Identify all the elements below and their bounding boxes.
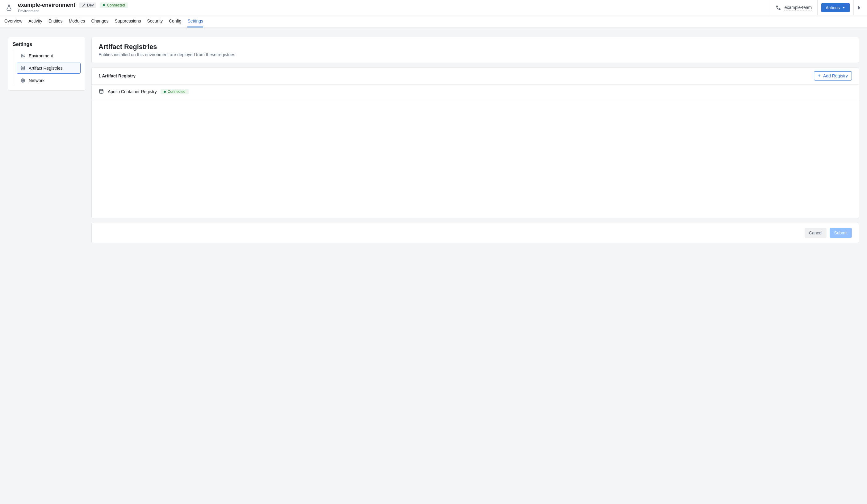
tab-changes[interactable]: Changes <box>92 15 109 28</box>
caret-down-icon: ▼ <box>842 6 845 9</box>
phone-icon <box>775 5 781 11</box>
page-body: Settings Environment Artif <box>0 28 867 504</box>
svg-rect-0 <box>858 6 859 9</box>
page-subtitle: Entities installed on this environment a… <box>98 52 852 57</box>
footer-panel: Cancel Submit <box>92 223 859 243</box>
cancel-button[interactable]: Cancel <box>805 228 827 238</box>
registry-row[interactable]: Apollo Container Registry Connected <box>92 85 859 99</box>
svg-point-2 <box>21 56 22 57</box>
tab-settings[interactable]: Settings <box>188 15 203 28</box>
tab-modules[interactable]: Modules <box>69 15 85 28</box>
svg-point-4 <box>24 56 25 57</box>
svg-point-7 <box>99 89 103 91</box>
sidebar-item-environment[interactable]: Environment <box>17 50 81 62</box>
actions-button-label: Actions <box>826 5 840 10</box>
tab-security[interactable]: Security <box>147 15 163 28</box>
plus-icon: + <box>818 74 821 78</box>
top-header: example-environment Dev Connected Enviro… <box>0 0 867 15</box>
database-icon <box>98 89 104 95</box>
sidebar-item-artifact-registries[interactable]: Artifact Registries <box>17 63 81 74</box>
environment-subtitle: Environment <box>18 9 128 13</box>
status-dot-icon <box>164 91 166 93</box>
panel-icon <box>856 5 861 10</box>
page-title: Artifact Registries <box>98 43 852 51</box>
right-panel-toggle[interactable] <box>854 0 863 15</box>
sidebar-item-network[interactable]: Network <box>17 75 81 86</box>
tab-config[interactable]: Config <box>169 15 181 28</box>
svg-point-5 <box>21 66 25 67</box>
team-selector[interactable]: example-team <box>770 0 817 15</box>
registry-count: 1 Artifact Registry <box>98 74 136 78</box>
team-name: example-team <box>784 5 812 11</box>
add-registry-button[interactable]: + Add Registry <box>814 71 852 80</box>
dev-badge-label: Dev <box>87 3 94 8</box>
status-dot-icon <box>103 4 105 6</box>
page-header-panel: Artifact Registries Entities installed o… <box>92 37 859 63</box>
tab-entities[interactable]: Entities <box>49 15 63 28</box>
dev-badge: Dev <box>79 2 96 8</box>
tab-nav: Overview Activity Entities Modules Chang… <box>0 15 867 28</box>
sidebar-title: Settings <box>13 42 81 47</box>
env-status-chip: Connected <box>100 2 128 8</box>
registry-status-label: Connected <box>168 89 185 94</box>
add-registry-label: Add Registry <box>823 74 848 78</box>
title-block: example-environment Dev Connected Enviro… <box>18 2 128 13</box>
wrench-icon <box>82 3 86 8</box>
sliders-icon <box>20 53 25 58</box>
settings-sidebar: Settings Environment Artif <box>8 37 85 91</box>
svg-point-3 <box>23 55 23 56</box>
tab-activity[interactable]: Activity <box>29 15 42 28</box>
tab-suppressions[interactable]: Suppressions <box>115 15 141 28</box>
registries-panel: 1 Artifact Registry + Add Registry Apoll… <box>92 67 859 218</box>
environment-flask-icon <box>4 3 13 12</box>
content-column: Artifact Registries Entities installed o… <box>92 37 859 495</box>
globe-icon <box>20 78 25 83</box>
env-status-label: Connected <box>107 3 125 8</box>
registry-status-chip: Connected <box>161 89 189 95</box>
actions-button[interactable]: Actions ▼ <box>821 3 850 12</box>
svg-rect-1 <box>859 7 860 8</box>
database-icon <box>20 65 25 71</box>
sidebar-item-label: Artifact Registries <box>29 66 63 70</box>
submit-button[interactable]: Submit <box>829 228 852 238</box>
environment-title: example-environment <box>18 2 75 8</box>
sidebar-item-label: Environment <box>29 53 53 58</box>
tab-overview[interactable]: Overview <box>4 15 22 28</box>
sidebar-item-label: Network <box>29 78 44 83</box>
registry-name: Apollo Container Registry <box>108 89 157 94</box>
